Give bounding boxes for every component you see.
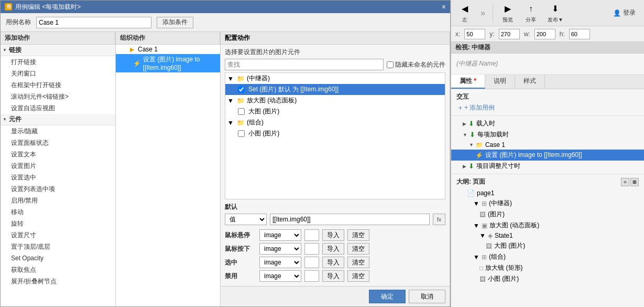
action-rotate[interactable]: 旋转 — [1, 218, 115, 229]
toolbar-preview-btn[interactable]: ▶ 预览 — [498, 2, 517, 25]
config-top-label: 选择要设置图片的图片元件 — [221, 45, 450, 59]
expand-icon[interactable]: » — [478, 6, 487, 20]
view-btn-2[interactable]: ⊞ — [630, 178, 639, 186]
toolbar-publish-btn[interactable]: ⬇ 发布▼ — [544, 2, 566, 25]
tab-description[interactable]: 说明 — [485, 75, 515, 89]
it-load-icon: ⬇ — [468, 120, 474, 128]
rt-magnifier[interactable]: □ 放大镜 (矩形) — [456, 262, 639, 273]
mouse-down-clear[interactable]: 清空 — [347, 243, 369, 255]
value-select[interactable]: 值 变量 元件文字 函数 — [225, 214, 267, 225]
mouse-hover-color[interactable] — [304, 229, 319, 241]
fx-button[interactable]: fx — [433, 214, 445, 225]
usecase-input[interactable] — [36, 17, 151, 28]
close-button[interactable]: × — [442, 3, 446, 11]
rt-big-image[interactable]: 🖼 大图 (图片) — [456, 240, 639, 251]
rt-zoom[interactable]: ▼ ▣ 放大图 (动态面板) — [456, 220, 639, 231]
cancel-button[interactable]: 取消 — [409, 290, 445, 303]
ts-set-checkbox[interactable] — [238, 86, 245, 93]
ok-button[interactable]: 确定 — [369, 290, 406, 303]
lower-section-label: 大纲: 页面 — [456, 177, 485, 186]
selected-color[interactable] — [304, 257, 319, 268]
it-resize-event[interactable]: ▶ ⬇ 项目调整尺寸时 — [451, 161, 644, 172]
add-usecase-icon: + — [459, 104, 462, 112]
disabled-clear[interactable]: 清空 — [347, 270, 369, 282]
toolbar-share-btn[interactable]: ↑ 分享 — [521, 2, 540, 25]
toolbar-left-btn[interactable]: ◀ 左 — [455, 2, 474, 25]
disabled-color[interactable] — [304, 270, 319, 282]
element-group-header[interactable]: ▼ 元件 — [1, 114, 115, 125]
mouse-hover-clear[interactable]: 清空 — [347, 229, 369, 241]
mouse-hover-import[interactable]: 导入 — [322, 229, 344, 241]
action-set-selected[interactable]: 设置选中 — [1, 172, 115, 183]
organize-case1[interactable]: ▶ Case 1 — [116, 45, 220, 54]
action-enable-disable[interactable]: 启用/禁用 — [1, 195, 115, 206]
y-label: y: — [489, 30, 494, 38]
ts-small-img[interactable]: 小图 (图片) — [225, 128, 445, 139]
rt-small-image[interactable]: 🖼 小图 (图片) — [456, 273, 639, 284]
action-set-opacity[interactable]: Set Opacity — [1, 252, 115, 264]
ts-relay-group[interactable]: ▼ 📁 (中继器) — [225, 73, 445, 84]
left-icon: ◀ — [459, 3, 471, 15]
action-set-size[interactable]: 设置尺寸 — [1, 229, 115, 241]
ts-small-label: 小图 (图片) — [248, 129, 279, 138]
action-close-window[interactable]: 关闭窗口 — [1, 68, 115, 79]
ts-zoom-group[interactable]: ▼ 📁 放大图 (动态面板) — [225, 95, 445, 106]
case-folder-icon: ▶ — [128, 46, 136, 53]
add-usecase-link[interactable]: + + 添加用例 — [456, 103, 639, 112]
mouse-down-color[interactable] — [304, 243, 319, 255]
selected-import[interactable]: 导入 — [322, 257, 344, 268]
search-input[interactable] — [225, 59, 384, 70]
action-set-text[interactable]: 设置文本 — [1, 149, 115, 160]
hide-unnamed-checkbox[interactable] — [387, 61, 394, 68]
mouse-down-select[interactable]: image none — [259, 243, 301, 255]
rt-combo[interactable]: ▼ ⊞ (组合) — [456, 251, 639, 262]
action-expand-tree[interactable]: 展开/折叠树节点 — [1, 276, 115, 287]
action-z-order[interactable]: 置于顶层/底层 — [1, 241, 115, 252]
ts-small-checkbox[interactable] — [238, 130, 245, 137]
link-group-header[interactable]: ▼ 链接 — [1, 45, 115, 56]
default-value-input[interactable] — [270, 214, 430, 225]
ts-big-img[interactable]: 大图 (图片) — [225, 106, 445, 117]
ts-combo-group[interactable]: ▼ 📁 (组合) — [225, 117, 445, 128]
rt-state1[interactable]: ▼ ◈ State1 — [456, 231, 639, 240]
disabled-import[interactable]: 导入 — [322, 270, 344, 282]
rt-relay[interactable]: ▼ ⊞ (中继器) — [456, 198, 639, 209]
mouse-down-import[interactable]: 导入 — [322, 243, 344, 255]
view-btn-1[interactable]: ≡ — [621, 178, 629, 186]
add-usecase-label: + 添加用例 — [464, 103, 495, 112]
action-group-link: ▼ 链接 打开链接 关闭窗口 在框架中打开链接 滚动到元件<锚链接> 设置自适应… — [1, 45, 115, 114]
action-scroll[interactable]: 滚动到元件<锚链接> — [1, 91, 115, 102]
add-condition-button[interactable]: 添加条件 — [157, 17, 193, 28]
rt-image[interactable]: 🖼 (图片) — [456, 209, 639, 220]
action-set-list-item[interactable]: 设置列表选中项 — [1, 183, 115, 195]
it-case1[interactable]: ▼ 📁 Case 1 — [451, 140, 644, 150]
rt-page1[interactable]: 📄 page1 — [456, 188, 639, 198]
it-each-load-event[interactable]: ▼ ⬇ 每项加载时 — [451, 129, 644, 140]
y-input[interactable] — [499, 29, 520, 39]
disabled-select[interactable]: image none — [259, 270, 301, 282]
it-set-action[interactable]: ⚡ 设置 (图片) image to [[Item.img60]] — [451, 150, 644, 161]
action-set-panel-state[interactable]: 设置面板状态 — [1, 137, 115, 149]
action-set-image[interactable]: 设置图片 — [1, 160, 115, 172]
action-open-link[interactable]: 打开链接 — [1, 56, 115, 68]
tab-style[interactable]: 样式 — [515, 75, 545, 89]
action-open-frame[interactable]: 在框架中打开链接 — [1, 79, 115, 91]
action-focus[interactable]: 获取焦点 — [1, 264, 115, 276]
action-show-hide[interactable]: 显示/隐藏 — [1, 125, 115, 137]
organize-action1[interactable]: ⚡ 设置 (图片) image to [[Item.img60]] — [116, 54, 220, 72]
action-move[interactable]: 移动 — [1, 206, 115, 218]
h-input[interactable] — [569, 29, 590, 39]
tab-properties[interactable]: 属性 — [451, 75, 485, 89]
selected-select[interactable]: image none — [259, 257, 301, 268]
login-button[interactable]: 👤 登录 — [609, 6, 640, 19]
ts-set-action[interactable]: Set (图片) 默认 为 [[Item.img60]] — [225, 84, 445, 95]
x-input[interactable] — [464, 29, 485, 39]
main-editor-dialog: 用 用例编辑 <每项加载时> × 用例名称 添加条件 添加动作 ▼ 链接 打开链… — [0, 0, 451, 307]
action-adaptive-view[interactable]: 设置自适应视图 — [1, 102, 115, 114]
ts-big-checkbox[interactable] — [238, 108, 245, 115]
w-input[interactable] — [534, 29, 555, 39]
it-load-event[interactable]: ▶ ⬇ 载入时 — [451, 118, 644, 129]
interactions-section: 交互 + + 添加用例 — [451, 89, 644, 116]
selected-clear[interactable]: 清空 — [347, 257, 369, 268]
mouse-hover-select[interactable]: image none — [259, 229, 301, 241]
